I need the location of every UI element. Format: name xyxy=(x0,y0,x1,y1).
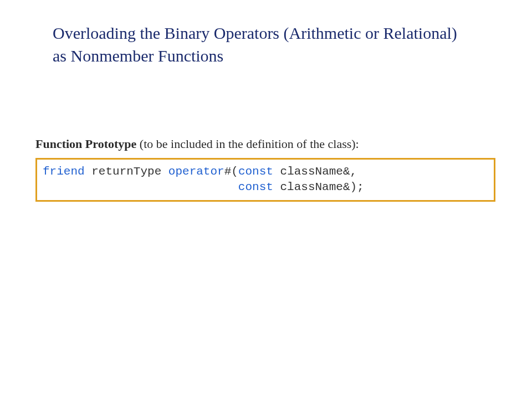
title-text: Overloading the Binary Operators (Arithm… xyxy=(53,22,468,67)
code-arg2: className&); xyxy=(273,181,364,193)
prototype-caption-bold: Function Prototype xyxy=(35,137,136,151)
prototype-caption: Function Prototype (to be included in th… xyxy=(35,137,495,151)
slide-title: Overloading the Binary Operators (Arithm… xyxy=(53,22,468,67)
keyword-friend: friend xyxy=(43,165,85,178)
code-indent xyxy=(43,181,238,193)
code-hash-open: #( xyxy=(224,165,238,178)
keyword-const-2: const xyxy=(238,181,273,193)
keyword-operator: operator xyxy=(168,165,224,178)
prototype-section: Function Prototype (to be included in th… xyxy=(35,137,495,202)
keyword-const-1: const xyxy=(238,165,273,178)
code-box: friend returnType operator#(const classN… xyxy=(35,158,495,202)
code-returntype: returnType xyxy=(85,165,168,178)
prototype-caption-rest: (to be included in the definition of the… xyxy=(136,137,359,151)
code-arg1: className&, xyxy=(273,165,357,178)
